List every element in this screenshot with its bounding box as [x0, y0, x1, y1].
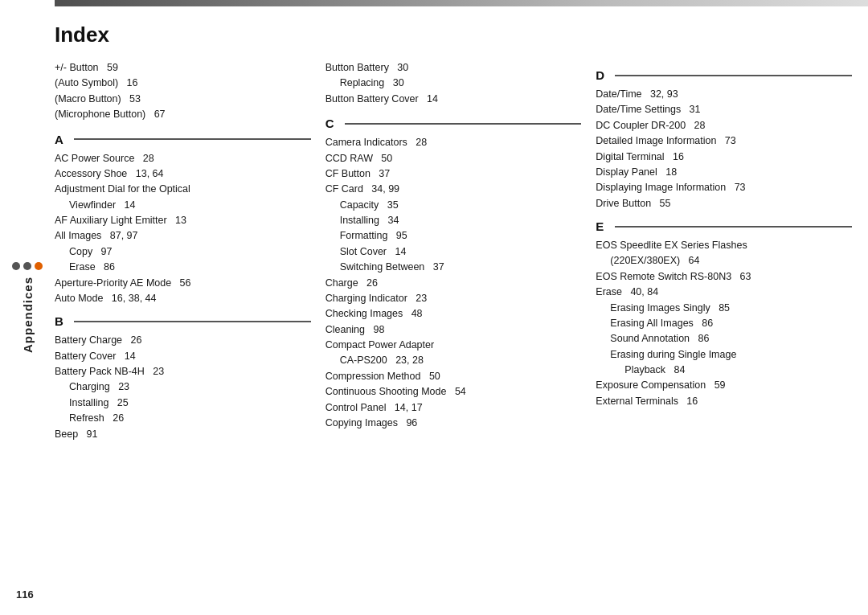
- section-header-a: A: [55, 133, 311, 146]
- list-item: Playback 84: [596, 363, 852, 378]
- list-item: Camera Indicators 28: [326, 135, 582, 150]
- section-e-items: EOS Speedlite EX Series Flashes (220EX/3…: [596, 238, 852, 409]
- list-item: Compact Power Adapter: [326, 338, 582, 353]
- left-sidebar: Appendices: [0, 0, 55, 615]
- section-d-items: Date/Time 32, 93 Date/Time Settings 31 D…: [596, 87, 852, 211]
- section-header-b: B: [55, 314, 311, 328]
- list-item: Formatting 95: [326, 228, 582, 244]
- section-letter-a: A: [55, 133, 68, 146]
- list-item: All Images 87, 97: [55, 228, 311, 244]
- section-a-items: AC Power Source 28 Accessory Shoe 13, 64…: [55, 151, 311, 307]
- list-item: Sound Annotation 86: [596, 331, 852, 346]
- section-letter-d: D: [596, 68, 608, 82]
- list-item: Checking Images 48: [326, 306, 582, 322]
- list-item: Button Battery Cover 14: [326, 92, 582, 107]
- list-item: (Macro Button) 53: [55, 92, 311, 107]
- section-header-d: D: [596, 68, 852, 82]
- main-content: Index +/- Button 59 (Auto Symbol) 16 (Ma…: [55, 14, 852, 607]
- list-item: AF Auxiliary Light Emitter 13: [55, 213, 311, 228]
- col2-intro: Button Battery 30 Replacing 30 Button Ba…: [326, 60, 582, 107]
- section-line-b: [74, 321, 311, 322]
- list-item: Viewfinder 14: [55, 198, 311, 213]
- list-item: Switching Between 37: [326, 260, 582, 275]
- list-item: Cleaning 98: [326, 322, 582, 338]
- list-item: Battery Charge 26: [55, 333, 311, 348]
- list-item: CF Button 37: [326, 166, 582, 182]
- list-item: Drive Button 55: [596, 196, 852, 211]
- list-item: Charge 26: [326, 276, 582, 291]
- list-item: Button Battery 30: [326, 60, 582, 76]
- section-b-items: Battery Charge 26 Battery Cover 14 Batte…: [55, 333, 311, 442]
- list-item: Beep 91: [55, 427, 311, 442]
- page-number: 116: [16, 588, 34, 601]
- section-line-e: [615, 226, 852, 228]
- list-item: (Auto Symbol) 16: [55, 76, 311, 91]
- list-item: Refresh 26: [55, 411, 311, 426]
- list-item: Charging Indicator 23: [326, 291, 582, 306]
- list-item: (Microphone Button) 67: [55, 107, 311, 122]
- list-item: Installing 25: [55, 396, 311, 411]
- list-item: Accessory Shoe 13, 64: [55, 166, 311, 182]
- list-item: External Terminals 16: [596, 394, 852, 409]
- list-item: Copy 97: [55, 244, 311, 260]
- list-item: Capacity 35: [326, 198, 582, 213]
- section-letter-c: C: [326, 117, 338, 130]
- section-c-items: Camera Indicators 28 CCD RAW 50 CF Butto…: [326, 135, 582, 431]
- section-line-c: [345, 123, 582, 125]
- section-line-a: [74, 138, 311, 140]
- list-item: Control Panel 14, 17: [326, 400, 582, 416]
- list-item: Replacing 30: [326, 76, 582, 91]
- list-item: Battery Cover 14: [55, 349, 311, 364]
- list-item: Installing 34: [326, 213, 582, 228]
- list-item: AC Power Source 28: [55, 151, 311, 166]
- section-line-d: [615, 75, 852, 76]
- dot-1: [12, 262, 20, 270]
- list-item: Charging 23: [55, 379, 311, 395]
- list-item: Date/Time 32, 93: [596, 87, 852, 102]
- section-letter-b: B: [55, 314, 68, 328]
- columns-container: +/- Button 59 (Auto Symbol) 16 (Macro Bu…: [55, 60, 852, 447]
- list-item: Erase 86: [55, 260, 311, 275]
- dot-3: [35, 262, 43, 270]
- list-item: Aperture-Priority AE Mode 56: [55, 276, 311, 291]
- page-container: Appendices 116 Index +/- Button 59 (Auto…: [0, 0, 868, 615]
- list-item: Slot Cover 14: [326, 244, 582, 260]
- column-2: Button Battery 30 Replacing 30 Button Ba…: [326, 60, 596, 447]
- column-3: D Date/Time 32, 93 Date/Time Settings 31…: [596, 60, 852, 447]
- list-item: Adjustment Dial for the Optical: [55, 182, 311, 197]
- list-item: Displaying Image Information 73: [596, 180, 852, 195]
- list-item: Exposure Compensation 59: [596, 378, 852, 393]
- dot-2: [23, 262, 31, 270]
- list-item: Date/Time Settings 31: [596, 102, 852, 117]
- list-item: Digital Terminal 16: [596, 150, 852, 165]
- list-item: Erasing during Single Image: [596, 347, 852, 363]
- list-item: EOS Speedlite EX Series Flashes: [596, 238, 852, 253]
- list-item: Continuous Shooting Mode 54: [326, 384, 582, 400]
- list-item: +/- Button 59: [55, 60, 311, 76]
- section-header-c: C: [326, 117, 582, 130]
- list-item: Battery Pack NB-4H 23: [55, 364, 311, 379]
- list-item: EOS Remote Switch RS-80N3 63: [596, 269, 852, 285]
- list-item: CF Card 34, 99: [326, 182, 582, 197]
- column-1: +/- Button 59 (Auto Symbol) 16 (Macro Bu…: [55, 60, 326, 447]
- page-title: Index: [55, 23, 852, 47]
- top-bar: [0, 0, 868, 6]
- section-letter-e: E: [596, 219, 608, 233]
- list-item: CA-PS200 23, 28: [326, 353, 582, 368]
- list-item: Copying Images 96: [326, 416, 582, 431]
- list-item: Auto Mode 16, 38, 44: [55, 291, 311, 306]
- list-item: DC Coupler DR-200 28: [596, 118, 852, 133]
- list-item: Display Panel 18: [596, 165, 852, 180]
- list-item: Erase 40, 84: [596, 285, 852, 300]
- list-item: (220EX/380EX) 64: [596, 253, 852, 269]
- list-item: Compression Method 50: [326, 369, 582, 384]
- list-item: Detailed Image Information 73: [596, 133, 852, 149]
- list-item: Erasing Images Singly 85: [596, 301, 852, 316]
- sidebar-dots: [12, 262, 43, 270]
- list-item: Erasing All Images 86: [596, 316, 852, 331]
- section-header-e: E: [596, 219, 852, 233]
- col1-intro: +/- Button 59 (Auto Symbol) 16 (Macro Bu…: [55, 60, 311, 123]
- sidebar-label: Appendices: [21, 277, 35, 353]
- list-item: CCD RAW 50: [326, 151, 582, 166]
